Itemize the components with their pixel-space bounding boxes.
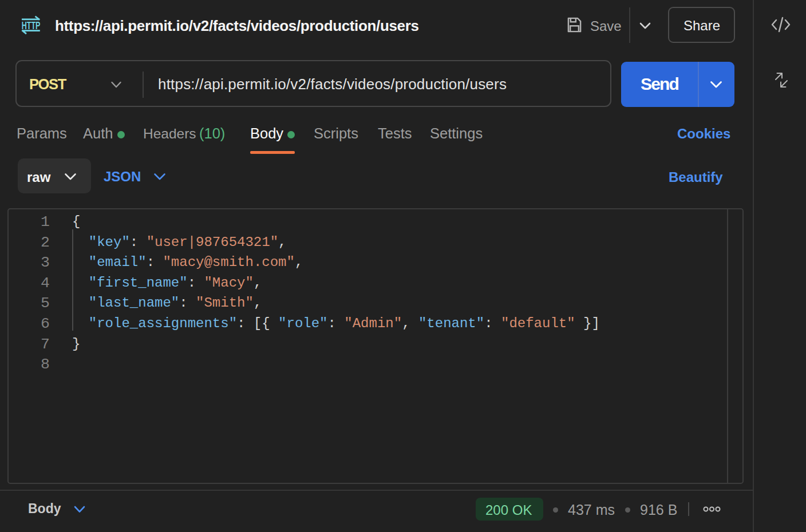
svg-text:HTTP: HTTP <box>22 19 41 31</box>
